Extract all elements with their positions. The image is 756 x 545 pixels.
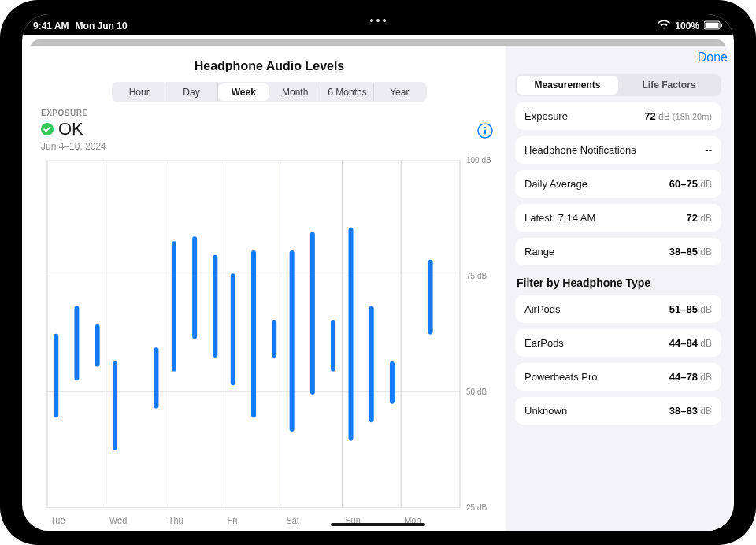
measurement-row-2-unit: dB [698, 179, 712, 190]
status-time: 9:41 AM [33, 20, 69, 32]
measurement-row-0[interactable]: Exposure72 dB (18h 20m) [515, 102, 721, 130]
measurement-row-1[interactable]: Headphone Notifications-- [515, 136, 721, 164]
filter-row-0-unit: dB [698, 304, 712, 315]
filter-row-3-value: 38–83 [669, 405, 698, 417]
svg-text:75 dB: 75 dB [466, 270, 487, 280]
svg-text:50 dB: 50 dB [466, 386, 487, 396]
measurement-row-4-value: 38–85 [669, 246, 698, 258]
segment-month[interactable]: Month [269, 83, 321, 101]
measurement-row-3-label: Latest: 7:14 AM [524, 212, 595, 224]
filter-row-1-unit: dB [698, 338, 712, 349]
measurement-row-1-value: -- [705, 144, 712, 156]
measurement-row-3-unit: dB [698, 213, 712, 224]
status-date: Mon Jun 10 [76, 20, 128, 32]
done-button[interactable]: Done [698, 50, 728, 65]
svg-point-5 [484, 127, 486, 128]
filter-row-3-unit: dB [698, 406, 712, 417]
measurement-row-2-label: Daily Average [524, 178, 587, 190]
exposure-summary: EXPOSURE OK Jun 4–10, 2024 [41, 109, 498, 152]
filter-row-0-value: 51–85 [669, 303, 698, 315]
measurement-row-4-label: Range [524, 246, 554, 258]
measurement-row-4-unit: dB [698, 247, 712, 258]
side-tab-life-factors[interactable]: Life Factors [618, 76, 720, 95]
measurement-row-3-value: 72 [687, 212, 698, 224]
page-title: Headphone Audio Levels [195, 59, 345, 73]
segment-week[interactable]: Week [218, 83, 269, 101]
measurement-row-1-label: Headphone Notifications [524, 144, 636, 156]
side-tabs: MeasurementsLife Factors [515, 74, 721, 96]
segment-day[interactable]: Day [165, 83, 217, 101]
measurement-row-2-value: 60–75 [669, 178, 698, 190]
svg-text:Wed: Wed [109, 514, 127, 525]
battery-icon [704, 20, 723, 32]
filter-row-1-value: 44–84 [669, 337, 698, 349]
svg-text:Sat: Sat [286, 514, 299, 525]
svg-rect-1 [706, 22, 719, 28]
wifi-icon [658, 20, 670, 32]
audio-levels-chart[interactable]: 25 dB50 dB75 dB100 dBTueWedThuFriSatSunM… [41, 155, 498, 531]
svg-text:Tue: Tue [50, 514, 65, 525]
segment-year[interactable]: Year [374, 83, 425, 101]
measurement-row-4[interactable]: Range38–85 dB [515, 238, 721, 265]
exposure-status: OK [58, 119, 83, 139]
segment-hour[interactable]: Hour [113, 83, 165, 101]
measurement-row-0-label: Exposure [524, 110, 568, 122]
status-bar: 9:41 AM Mon Jun 10 100% [22, 14, 734, 35]
filter-row-1[interactable]: EarPods44–84 dB [515, 329, 721, 357]
filter-row-1-label: EarPods [524, 337, 564, 349]
ok-checkmark-icon [41, 123, 54, 135]
svg-text:Fri: Fri [228, 514, 238, 525]
time-range-segmented-control: HourDayWeekMonth6 MonthsYear [112, 82, 427, 102]
exposure-caption: EXPOSURE [41, 109, 498, 117]
exposure-date-range: Jun 4–10, 2024 [41, 141, 498, 152]
svg-text:25 dB: 25 dB [466, 502, 487, 512]
measurement-row-0-unit: dB [656, 111, 670, 122]
filter-row-3[interactable]: Unknown38–83 dB [515, 397, 721, 425]
battery-percent: 100% [675, 20, 699, 32]
svg-text:Thu: Thu [169, 514, 183, 525]
filter-row-2-value: 44–78 [669, 371, 698, 383]
svg-text:100 dB: 100 dB [466, 155, 491, 165]
info-icon[interactable] [477, 123, 493, 139]
svg-rect-2 [721, 24, 722, 27]
filter-row-0[interactable]: AirPods51–85 dB [515, 295, 721, 323]
side-tab-measurements[interactable]: Measurements [517, 76, 618, 95]
filter-row-2-label: Powerbeats Pro [524, 371, 598, 383]
measurement-row-0-sub: (18h 20m) [670, 112, 712, 121]
svg-rect-6 [484, 130, 486, 135]
measurement-row-0-value: 72 [644, 110, 655, 122]
filter-row-2-unit: dB [698, 372, 712, 383]
measurement-row-2[interactable]: Daily Average60–75 dB [515, 170, 721, 198]
filter-row-2[interactable]: Powerbeats Pro44–78 dB [515, 363, 721, 391]
filter-section-title: Filter by Headphone Type [517, 276, 720, 289]
measurement-row-3[interactable]: Latest: 7:14 AM72 dB [515, 204, 721, 232]
home-indicator[interactable] [331, 523, 425, 526]
segment-6-months[interactable]: 6 Months [321, 83, 373, 101]
filter-row-3-label: Unknown [524, 405, 567, 417]
filter-row-0-label: AirPods [524, 303, 561, 315]
